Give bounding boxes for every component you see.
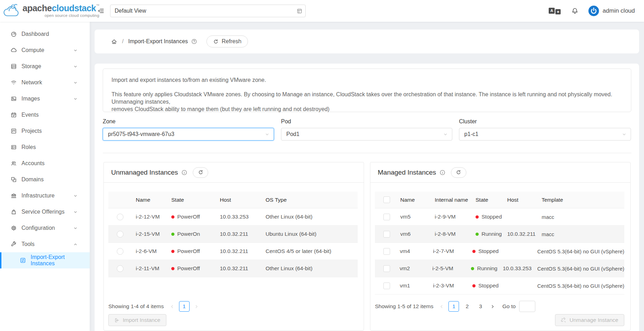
dashboard-icon: [11, 31, 17, 37]
status-dot: [171, 215, 174, 219]
import-instance-button[interactable]: Import Instance: [108, 314, 166, 326]
row-checkbox[interactable]: [383, 231, 390, 238]
cloudstack-logo: apachecloudstack™ open source cloud comp…: [0, 0, 90, 22]
sidebar-item-configuration[interactable]: Configuration: [0, 220, 90, 236]
chevron-down-icon: [74, 97, 77, 101]
chevron-down-icon: [622, 132, 626, 137]
view-selector: [110, 5, 306, 17]
project-icon: [11, 128, 17, 134]
select-all-checkbox[interactable]: [383, 196, 390, 203]
row-checkbox[interactable]: [383, 214, 390, 220]
description-line-1: Import and export instances to/from an e…: [111, 76, 623, 84]
unmanaged-reload-button[interactable]: [193, 167, 208, 178]
chevron-down-icon: [74, 210, 77, 214]
zone-select[interactable]: pr5075-t943-vmware-67u3: [103, 128, 274, 141]
top-header: apachecloudstack™ open source cloud comp…: [0, 0, 644, 22]
row-radio[interactable]: [117, 248, 123, 255]
sidebar-item-images[interactable]: Images: [0, 91, 90, 107]
sidebar-item-domains[interactable]: Domains: [0, 171, 90, 188]
info-circle-icon[interactable]: [439, 169, 446, 176]
sidebar-item-import-export-instances[interactable]: Import-Export Instances: [0, 252, 90, 268]
row-radio[interactable]: [117, 265, 123, 272]
chevron-down-icon: [74, 48, 77, 52]
zone-filter: Zone pr5075-t943-vmware-67u3: [103, 118, 274, 141]
managed-reload-button[interactable]: [451, 167, 466, 178]
refresh-button[interactable]: Refresh: [206, 35, 248, 47]
images-icon: [11, 96, 17, 102]
idcard-icon: [11, 144, 17, 150]
next-page-icon[interactable]: [490, 304, 495, 309]
import-icon: [114, 318, 120, 323]
page-button-1[interactable]: 1: [448, 301, 459, 312]
managed-table: Name Internal name State Host Template v…: [375, 192, 624, 294]
user-avatar[interactable]: [588, 6, 599, 16]
reload-icon: [213, 39, 218, 44]
sidebar-item-network[interactable]: Network: [0, 74, 90, 91]
description-line-2: This feature only applies Cloudstack VMw…: [111, 91, 623, 105]
info-circle-icon[interactable]: [181, 169, 187, 176]
sidebar-item-storage[interactable]: Storage: [0, 58, 90, 74]
managed-instances-panel: Managed Instances Name Internal name Sta…: [370, 162, 631, 331]
status-dot: [476, 215, 479, 219]
bell-icon[interactable]: [571, 7, 579, 15]
bank-icon: [11, 193, 17, 199]
row-checkbox[interactable]: [383, 283, 390, 289]
next-page-icon[interactable]: [194, 304, 199, 309]
menu-fold-icon[interactable]: [97, 7, 104, 14]
cluster-select[interactable]: p1-c1: [459, 128, 631, 141]
chevron-down-icon: [74, 226, 77, 230]
translate-icon[interactable]: A ★: [549, 8, 561, 14]
unmanage-instance-button[interactable]: Unmanage Instance: [555, 314, 624, 326]
unmanaged-table: Name State Host OS Type i-2-12-VM PowerO…: [108, 192, 358, 277]
calendar-icon: [11, 112, 17, 118]
table-row: vm4 i-2-7-VM Stopped CentOS 5.3(64-bit) …: [375, 243, 624, 260]
table-row: vm1 i-2-3-VM Stopped CentOS 5.3(64-bit) …: [375, 277, 624, 294]
unmanaged-pagination: Showing 1-4 of 4 items 1: [108, 301, 358, 312]
sidebar-item-service-offerings[interactable]: Service Offerings: [0, 204, 90, 220]
pagination-summary: Showing 1-5 of 12 items: [375, 303, 433, 310]
row-radio[interactable]: [117, 231, 123, 238]
row-checkbox[interactable]: [383, 248, 390, 255]
feature-description: Import and export instances to/from an e…: [103, 69, 631, 112]
user-name[interactable]: admin cloud: [602, 7, 635, 14]
main-content-card: Import and export instances to/from an e…: [95, 64, 639, 331]
row-checkbox[interactable]: [383, 265, 390, 272]
status-dot: [472, 284, 476, 287]
home-icon[interactable]: [111, 38, 117, 45]
unmanaged-table-header: Name State Host OS Type: [108, 192, 358, 208]
sidebar-item-projects[interactable]: Projects: [0, 123, 90, 139]
row-radio[interactable]: [117, 214, 123, 220]
sidebar-item-accounts[interactable]: Accounts: [0, 155, 90, 171]
goto-label: Go to: [502, 303, 516, 310]
breadcrumb-current: Import-Export Instances: [128, 38, 188, 45]
table-row: vm2 i-2-5-VM Running 10.0.33.253 CentOS …: [375, 260, 624, 277]
status-dot: [171, 233, 174, 236]
wrench-icon: [11, 241, 17, 247]
goto-page-input[interactable]: [519, 301, 535, 312]
status-dot: [471, 267, 474, 270]
prev-page-icon[interactable]: [170, 304, 174, 309]
sidebar-item-compute[interactable]: Compute: [0, 42, 90, 58]
sidebar-item-events[interactable]: Events: [0, 107, 90, 123]
project-view-icon[interactable]: [297, 8, 302, 14]
sidebar-item-roles[interactable]: Roles: [0, 139, 90, 155]
table-row: i-2-12-VM PowerOff 10.0.33.253 Other Lin…: [108, 208, 358, 226]
prev-page-icon[interactable]: [439, 304, 444, 309]
view-selector-input[interactable]: [110, 5, 306, 17]
cloudstack-cloud-logo-icon: [4, 3, 20, 19]
import-export-icon: [20, 257, 26, 264]
page-button-3[interactable]: 3: [475, 301, 486, 312]
cloud-icon: [11, 47, 17, 53]
sidebar-item-infrastructure[interactable]: Infrastructure: [0, 188, 90, 204]
question-circle-icon[interactable]: [191, 38, 197, 45]
shopping-bag-icon: [11, 209, 17, 215]
pod-select[interactable]: Pod1: [281, 128, 452, 141]
page-button-2[interactable]: 2: [462, 301, 472, 312]
sidebar-item-tools[interactable]: Tools: [0, 236, 90, 252]
gear-icon: [11, 225, 17, 231]
disconnect-icon: [561, 318, 566, 323]
status-dot: [472, 250, 476, 253]
sidebar-item-dashboard[interactable]: Dashboard: [0, 26, 90, 42]
page-button-1[interactable]: 1: [179, 301, 190, 312]
unmanaged-panel-title: Unmanaged Instances: [111, 169, 178, 176]
